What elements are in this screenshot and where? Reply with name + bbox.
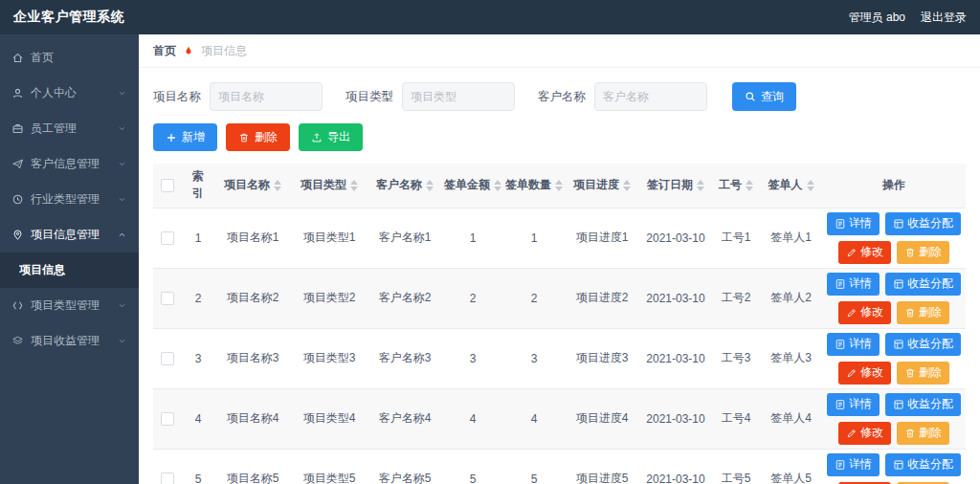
- row-checkbox[interactable]: [161, 352, 174, 365]
- column-header-project-type[interactable]: 项目类型: [291, 164, 368, 208]
- chevron-up-icon: [117, 230, 127, 240]
- detail-button[interactable]: 详情: [827, 273, 880, 296]
- sidebar-item-project-info[interactable]: 项目信息: [0, 253, 139, 288]
- detail-button[interactable]: 详情: [827, 393, 880, 416]
- logout-link[interactable]: 退出登录: [921, 10, 967, 26]
- row-checkbox[interactable]: [161, 292, 174, 305]
- delete-button[interactable]: 删除: [226, 123, 290, 151]
- sidebar-item-label: 项目信息: [19, 262, 127, 278]
- income-icon: [893, 218, 904, 230]
- row-checkbox[interactable]: [161, 412, 174, 426]
- sidebar-item-personal-center[interactable]: 个人中心: [0, 76, 139, 111]
- cell-actions: 详情收益分配修改删除: [822, 208, 966, 268]
- edit-button[interactable]: 修改: [838, 362, 891, 385]
- top-navbar: 企业客户管理系统 管理员 abo 退出登录: [0, 0, 980, 34]
- cell-signer: 签单人3: [760, 328, 822, 388]
- income-allocate-button[interactable]: 收益分配: [885, 273, 961, 296]
- detail-button[interactable]: 详情: [827, 212, 880, 235]
- sort-icon[interactable]: [697, 180, 704, 191]
- detail-button[interactable]: 详情: [827, 333, 880, 356]
- sort-icon[interactable]: [623, 180, 631, 191]
- income-icon: [893, 278, 904, 290]
- cell-project-type: 项目类型5: [291, 449, 368, 484]
- breadcrumb-separator-icon: [183, 45, 194, 56]
- sidebar-item-project-type-management[interactable]: 项目类型管理: [0, 288, 139, 323]
- sidebar-item-home[interactable]: 首页: [0, 40, 139, 76]
- income-allocate-button[interactable]: 收益分配: [885, 333, 961, 356]
- sidebar-item-customer-info-management[interactable]: 客户信息管理: [0, 146, 139, 182]
- staff-icon: [11, 122, 24, 135]
- cell-customer-name: 客户名称3: [368, 328, 442, 388]
- cell-project-type: 项目类型4: [291, 388, 368, 449]
- row-checkbox[interactable]: [161, 231, 174, 245]
- edit-icon: [846, 247, 858, 258]
- cell-sign-quantity: 3: [503, 328, 565, 388]
- cell-worker-id: 工号1: [712, 208, 760, 268]
- detail-button[interactable]: 详情: [827, 453, 880, 476]
- row-delete-button[interactable]: 删除: [897, 362, 949, 385]
- customer-name-input[interactable]: [594, 82, 707, 111]
- sidebar-item-label: 行业类型管理: [31, 191, 110, 208]
- column-header-project-progress[interactable]: 项目进度: [565, 164, 639, 208]
- sort-icon[interactable]: [426, 180, 434, 191]
- sidebar-item-label: 员工管理: [31, 121, 110, 137]
- sidebar-item-label: 首页: [31, 50, 127, 66]
- cell-worker-id: 工号3: [712, 328, 760, 388]
- cell-customer-name: 客户名称2: [368, 268, 442, 328]
- chevron-down-icon: [117, 194, 127, 205]
- sort-icon[interactable]: [746, 180, 753, 191]
- edit-button[interactable]: 修改: [838, 241, 891, 264]
- cell-sign-amount: 1: [442, 208, 503, 268]
- column-header-project-name[interactable]: 项目名称: [214, 164, 291, 208]
- sidebar-item-project-info-management[interactable]: 项目信息管理: [0, 217, 139, 253]
- edit-button[interactable]: 修改: [838, 422, 891, 445]
- sort-icon[interactable]: [494, 180, 501, 191]
- table-row: 4项目名称4项目类型4客户名称444项目进度42021-03-10工号4签单人4…: [153, 388, 966, 449]
- app-window: 企业客户管理系统 管理员 abo 退出登录 首页个人中心员工管理客户信息管理行业…: [0, 0, 980, 484]
- row-checkbox[interactable]: [161, 473, 174, 484]
- table-row: 3项目名称3项目类型3客户名称333项目进度32021-03-10工号3签单人3…: [153, 328, 966, 388]
- column-header-sign-date[interactable]: 签订日期: [639, 164, 712, 208]
- search-button[interactable]: 查询: [732, 82, 796, 111]
- cell-actions: 详情收益分配修改删除: [822, 449, 966, 484]
- column-header-worker-id[interactable]: 工号: [712, 164, 760, 208]
- income-icon: [893, 459, 904, 471]
- sort-icon[interactable]: [807, 180, 814, 191]
- cell-actions: 详情收益分配修改删除: [822, 328, 966, 388]
- add-button[interactable]: 新增: [153, 123, 217, 151]
- sidebar-item-project-income-management[interactable]: 项目收益管理: [0, 323, 139, 359]
- column-header-sign-quantity[interactable]: 签单数量: [503, 164, 565, 208]
- sort-icon[interactable]: [274, 180, 281, 191]
- cell-sign-amount: 4: [442, 388, 503, 449]
- column-header-signer[interactable]: 签单人: [760, 164, 822, 208]
- breadcrumb-home[interactable]: 首页: [153, 43, 176, 59]
- sort-icon[interactable]: [350, 180, 358, 191]
- income-allocate-button[interactable]: 收益分配: [885, 393, 961, 416]
- table-row: 2项目名称2项目类型2客户名称222项目进度22021-03-10工号2签单人2…: [153, 268, 966, 328]
- cell-sign-date: 2021-03-10: [639, 388, 712, 449]
- select-all-checkbox[interactable]: [161, 179, 174, 192]
- row-delete-button[interactable]: 删除: [897, 301, 949, 324]
- edit-button[interactable]: 修改: [838, 301, 891, 324]
- project-type-input[interactable]: [402, 82, 515, 111]
- project-type-label: 项目类型: [345, 89, 393, 105]
- cell-project-name: 项目名称4: [214, 388, 291, 449]
- cell-sign-amount: 2: [442, 268, 503, 328]
- project-name-label: 项目名称: [153, 89, 201, 105]
- column-header-sign-amount[interactable]: 签单金额: [442, 164, 503, 208]
- row-delete-button[interactable]: 删除: [897, 241, 949, 264]
- income-allocate-button[interactable]: 收益分配: [885, 212, 961, 235]
- income-allocate-button[interactable]: 收益分配: [885, 453, 961, 476]
- sidebar-item-staff-management[interactable]: 员工管理: [0, 111, 139, 146]
- cell-project-type: 项目类型2: [291, 268, 368, 328]
- project-name-input[interactable]: [210, 82, 323, 111]
- table-row: 1项目名称1项目类型1客户名称111项目进度12021-03-10工号1签单人1…: [153, 208, 966, 268]
- export-button[interactable]: 导出: [299, 123, 363, 151]
- sidebar-item-industry-type-management[interactable]: 行业类型管理: [0, 182, 139, 217]
- breadcrumb: 首页 项目信息: [139, 34, 980, 68]
- column-header-customer-name[interactable]: 客户名称: [368, 164, 442, 208]
- row-delete-button[interactable]: 删除: [897, 422, 949, 445]
- chevron-down-icon: [117, 300, 127, 311]
- current-user[interactable]: 管理员 abo: [849, 10, 905, 26]
- sort-icon[interactable]: [555, 180, 563, 191]
